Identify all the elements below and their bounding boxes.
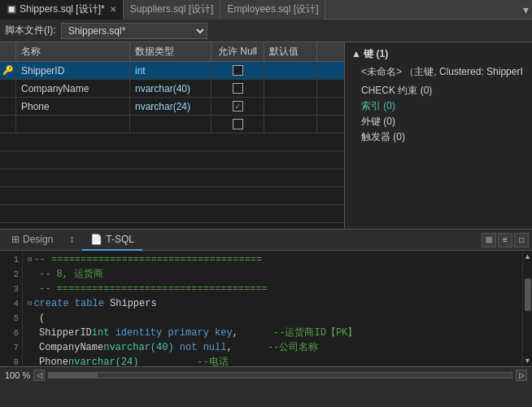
zoom-in-btn[interactable]: ◁	[33, 370, 45, 381]
line7-sp2	[233, 340, 268, 355]
tab-suppliers[interactable]: Suppliers.sql [设计]	[124, 0, 221, 20]
line4-create: create	[33, 296, 68, 311]
grid-view-btn[interactable]: ⊞	[482, 233, 496, 247]
horizontal-scrollbar[interactable]	[48, 372, 512, 379]
tab-shippers[interactable]: 🔲 Shippers.sql [设计]* ✕	[0, 0, 124, 20]
keys-item[interactable]: <未命名> （主键, Clustered: ShipperI	[351, 64, 525, 80]
row4-checkbox[interactable]	[233, 119, 243, 129]
row1-default[interactable]	[264, 62, 317, 79]
list-view-btn[interactable]: ≡	[498, 233, 512, 247]
line8-comment: --电话	[197, 355, 228, 366]
table-row[interactable]: 🔑 ShipperID int	[0, 62, 344, 80]
line6-comma: ,	[233, 326, 238, 340]
line-num-4: 4	[3, 296, 19, 311]
line6-comment: --运货商ID【PK】	[273, 326, 357, 340]
row3-null[interactable]	[211, 98, 264, 115]
check-label: CHECK 约束 (0)	[361, 85, 432, 96]
vertical-scrollbar[interactable]: ▲ ▼	[522, 251, 532, 366]
col-header-type: 数据类型	[130, 42, 211, 61]
code-line-3: -- ====================================	[28, 282, 527, 296]
tab-employees[interactable]: Employees.sql [设计]	[220, 0, 325, 20]
code-area: 1 2 3 4 5 6 7 8 9 ⊟ -- =================…	[0, 251, 532, 366]
index-label: 索引 (0)	[361, 100, 395, 112]
row3-default[interactable]	[264, 98, 317, 115]
script-select[interactable]: Shippers.sql*	[61, 23, 207, 39]
expand-btn[interactable]: □	[514, 233, 529, 247]
tab-shippers-label: Shippers.sql [设计]*	[20, 2, 105, 16]
check-item[interactable]: CHECK 约束 (0)	[351, 83, 525, 98]
row1-type[interactable]: int	[130, 62, 211, 79]
code-content[interactable]: ⊟ -- ===================================…	[23, 251, 532, 366]
tab-employees-label: Employees.sql [设计]	[227, 2, 318, 16]
scroll-down-btn[interactable]: ▼	[523, 355, 532, 366]
tab-design-label: Design	[23, 234, 53, 245]
line3-text: -- ====================================	[39, 282, 268, 296]
col-header-indicator	[0, 42, 16, 61]
table-row[interactable]	[0, 116, 344, 133]
line-num-2: 2	[3, 267, 19, 282]
line8-sp1	[138, 355, 197, 366]
row2-null[interactable]	[211, 80, 264, 97]
scroll-up-btn[interactable]: ▲	[523, 251, 532, 262]
scrollbar-thumb[interactable]	[525, 278, 531, 311]
row2-type[interactable]: nvarchar(40)	[130, 80, 211, 97]
grid-empty-row	[0, 223, 344, 229]
line8-phone: Phone	[39, 355, 68, 366]
line4-table: table	[75, 296, 104, 311]
row3-name[interactable]: Phone	[16, 98, 130, 115]
tab-sort[interactable]: ↕	[61, 230, 82, 251]
col-header-null: 允许 Null	[211, 42, 264, 61]
row2-default[interactable]	[264, 80, 317, 97]
line6-sp3	[238, 326, 273, 340]
tab-tsql[interactable]: 📄 T-SQL	[82, 230, 142, 251]
fold-btn-4[interactable]: ⊟	[28, 296, 32, 311]
fold-btn-1[interactable]: ⊟	[28, 252, 32, 267]
line6-shipperid: ShipperID	[39, 326, 92, 340]
key-icon: 🔑	[2, 65, 14, 76]
tab-icon-buttons: ⊞ ≡ □	[482, 233, 529, 247]
keys-header-text: ▲ 键 (1)	[351, 47, 388, 61]
tab-overflow-btn[interactable]: ▾	[523, 3, 532, 16]
line-numbers: 1 2 3 4 5 6 7 8 9	[0, 251, 23, 366]
trigger-item[interactable]: 触发器 (0)	[351, 129, 525, 145]
grid-empty-row	[0, 169, 344, 187]
row4-null[interactable]	[211, 116, 264, 133]
grid-empty-row	[0, 187, 344, 205]
tab-bar: 🔲 Shippers.sql [设计]* ✕ Suppliers.sql [设计…	[0, 0, 532, 20]
toolbar: 脚本文件(I): Shippers.sql*	[0, 20, 532, 42]
row3-checkbox[interactable]	[233, 101, 243, 112]
tab-shippers-close[interactable]: ✕	[110, 5, 116, 14]
tab-design[interactable]: ⊞ Design	[3, 230, 61, 251]
row2-checkbox[interactable]	[233, 83, 243, 94]
table-grid: 名称 数据类型 允许 Null 默认值 🔑 ShipperID int Comp…	[0, 42, 345, 229]
code-line-1: ⊟ -- ===================================…	[28, 252, 527, 267]
trigger-label: 触发器 (0)	[361, 131, 405, 142]
code-line-2: -- 8, 运货商	[28, 267, 527, 282]
keys-item-text: <未命名> （主键, Clustered: ShipperI	[361, 66, 523, 77]
row4-default[interactable]	[264, 116, 317, 133]
row1-null[interactable]	[211, 62, 264, 79]
scroll-right-btn[interactable]: ▷	[516, 370, 527, 381]
row3-indicator	[0, 98, 16, 115]
code-line-7: CompanyName nvarchar(40) not null , --公司…	[28, 340, 527, 355]
row1-checkbox[interactable]	[233, 65, 243, 76]
table-row[interactable]: Phone nvarchar(24)	[0, 98, 344, 116]
tab-shippers-icon: 🔲	[7, 5, 16, 14]
row1-name[interactable]: ShipperID	[16, 62, 130, 79]
code-line-5: (	[28, 311, 527, 326]
fk-item[interactable]: 外键 (0)	[351, 114, 525, 129]
code-editor[interactable]: 1 2 3 4 5 6 7 8 9 ⊟ -- =================…	[0, 251, 532, 366]
scrollbar-track[interactable]	[523, 262, 532, 355]
row2-name[interactable]: CompanyName	[16, 80, 130, 97]
row4-type[interactable]	[130, 116, 211, 133]
row3-type[interactable]: nvarchar(24)	[130, 98, 211, 115]
row4-name[interactable]	[16, 116, 130, 133]
index-item[interactable]: 索引 (0)	[351, 98, 525, 114]
zoom-bar: 100 % ◁ ▷	[0, 366, 532, 383]
line4-space1	[69, 296, 75, 311]
line7-type: nvarchar(40)	[103, 340, 173, 355]
line5-paren: (	[39, 311, 45, 326]
line6-identity: identity	[116, 326, 163, 340]
table-row[interactable]: CompanyName nvarchar(40)	[0, 80, 344, 98]
h-scrollbar-thumb[interactable]	[49, 373, 98, 378]
